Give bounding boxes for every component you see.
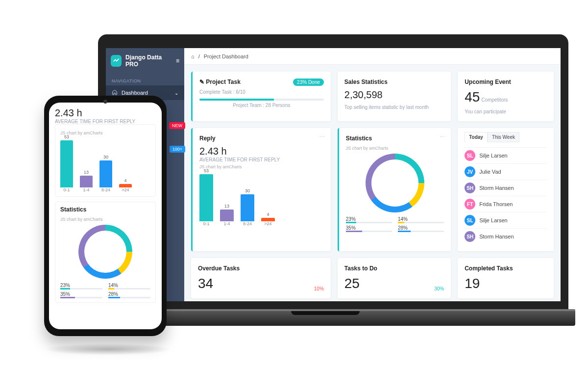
upcoming-value: 45 (465, 89, 480, 105)
bar-label: 0-1 (63, 187, 70, 192)
complete-task-label: Complete Task : 6/10 (199, 89, 324, 95)
person-name: Silje Larsen (479, 217, 507, 223)
bar-column: 530-1 (199, 174, 213, 226)
stat-label: 28% (108, 291, 150, 297)
card-activity: Today This Week SLSilje LarsenJVJulie Va… (458, 128, 554, 251)
badge-new: NEW (169, 122, 185, 129)
bar-value: 4 (119, 178, 132, 183)
avatar: SH (465, 231, 475, 242)
person-row[interactable]: SHStorm Hansen (465, 228, 547, 244)
phone-camera (103, 100, 107, 104)
activity-tabs: Today This Week (465, 132, 547, 142)
chart-attribution: JS chart by amCharts (60, 131, 150, 135)
statistics-donut-chart (366, 154, 424, 212)
card-reply: ⋯ Reply 2.43 h AVERAGE TIME FOR FIRST RE… (191, 128, 331, 251)
bar-value: 4 (261, 212, 275, 217)
phone-reply-bar-chart: 530-1131-4308-244>24 (60, 138, 150, 192)
stat-item: 35% (346, 225, 392, 232)
person-row[interactable]: FTFrida Thorsen (465, 196, 547, 212)
stat-bar (346, 231, 392, 232)
dashboard-grid: 23% Done ✎ Project Task Complete Task : … (184, 65, 561, 301)
card-title: Completed Tasks (465, 265, 547, 272)
stat-bar (60, 297, 102, 298)
stat-item: 28% (108, 291, 150, 298)
bar-column: 4>24 (119, 184, 132, 192)
edit-icon: ✎ (199, 79, 204, 85)
completed-value: 19 (465, 276, 480, 291)
sales-caption: Top selling items statistic by last mont… (344, 105, 444, 110)
upcoming-caption: You can participate (465, 109, 547, 114)
more-icon[interactable]: ⋯ (319, 134, 325, 140)
brand[interactable]: Django Datta PRO ≡ (106, 48, 184, 74)
bar-label: 1-4 (83, 187, 89, 192)
bar-column: 530-1 (60, 140, 73, 192)
card-title: Statistics (60, 206, 150, 213)
card-title: Tasks to Do (344, 265, 444, 272)
chart-attribution: JS chart by amCharts (346, 146, 444, 151)
chevron-down-icon: ⌄ (174, 90, 178, 96)
avatar: JV (465, 166, 475, 177)
stat-label: 14% (108, 283, 150, 288)
brand-name: Django Datta PRO (125, 54, 172, 68)
stat-label: 35% (346, 225, 392, 231)
avatar: SL (465, 215, 475, 226)
sidebar-item-label: Dashboard (122, 90, 148, 96)
bar: 4 (261, 218, 275, 221)
bar: 30 (99, 160, 112, 187)
card-title: Statistics (346, 135, 444, 142)
stat-label: 23% (346, 216, 392, 222)
menu-icon[interactable]: ≡ (176, 57, 179, 64)
card-upcoming: Upcoming Event 45 Competitors You can pa… (458, 72, 554, 121)
brand-logo-icon (111, 55, 122, 67)
progress-bar (199, 99, 324, 101)
tab-this-week[interactable]: This Week (488, 132, 519, 142)
bar-label: 0-1 (203, 221, 209, 226)
card-title: Reply (199, 135, 324, 142)
main-area: ⌂ / Project Dashboard 23% Done ✎ Project… (184, 48, 561, 301)
breadcrumb-home-icon[interactable]: ⌂ (191, 53, 195, 59)
person-row[interactable]: SHStorm Hansen (465, 180, 547, 196)
card-sales: Sales Statistics 2,30,598 Top selling it… (338, 72, 451, 121)
stat-bar (398, 231, 444, 232)
phone-shadow (44, 343, 172, 355)
reply-bar-chart: 530-1131-4308-244>24 (199, 172, 324, 226)
card-title: Sales Statistics (344, 79, 444, 85)
laptop-screen: Django Datta PRO ≡ NAVIGATION Dashboard … (98, 34, 568, 309)
person-row[interactable]: JVJulie Vad (465, 163, 547, 180)
avatar: SL (465, 150, 475, 161)
stat-item: 28% (398, 225, 444, 232)
dashboard-app: Django Datta PRO ≡ NAVIGATION Dashboard … (106, 48, 561, 301)
bar-column: 131-4 (80, 176, 93, 192)
breadcrumb-page: Project Dashboard (204, 53, 248, 59)
laptop-camera (332, 37, 335, 40)
tab-today[interactable]: Today (465, 132, 488, 142)
person-name: Storm Hansen (479, 234, 514, 239)
stat-bar (398, 222, 444, 223)
card-statistics: ⋯ Statistics JS chart by amCharts 23%14%… (338, 128, 451, 251)
stat-item: 35% (60, 291, 102, 298)
stat-bar (108, 288, 150, 289)
stat-item: 23% (346, 216, 392, 223)
stat-item: 23% (60, 283, 102, 289)
bar-value: 53 (199, 168, 213, 173)
bar-value: 30 (99, 155, 112, 159)
bar-value: 13 (220, 204, 234, 209)
bar: 13 (80, 176, 93, 187)
person-row[interactable]: SLSilje Larsen (465, 212, 547, 228)
bar-column: 308-24 (99, 160, 112, 192)
person-name: Julie Vad (479, 169, 501, 175)
person-row[interactable]: SLSilje Larsen (465, 147, 547, 163)
bar: 30 (241, 194, 254, 221)
bar-value: 53 (60, 134, 73, 139)
upcoming-value-label: Competitors (481, 97, 508, 103)
more-icon[interactable]: ⋯ (440, 134, 445, 140)
reply-value: 2.43 h (199, 146, 324, 157)
avatar: SH (465, 183, 475, 193)
bar-column: 308-24 (241, 194, 254, 226)
bar: 53 (60, 140, 73, 187)
stat-label: 28% (398, 225, 444, 231)
team-label: Project Team : 28 Persons (199, 103, 324, 108)
nav-heading: NAVIGATION (106, 74, 184, 85)
badge-100: 100+ (170, 146, 185, 153)
stat-item: 14% (398, 216, 444, 223)
